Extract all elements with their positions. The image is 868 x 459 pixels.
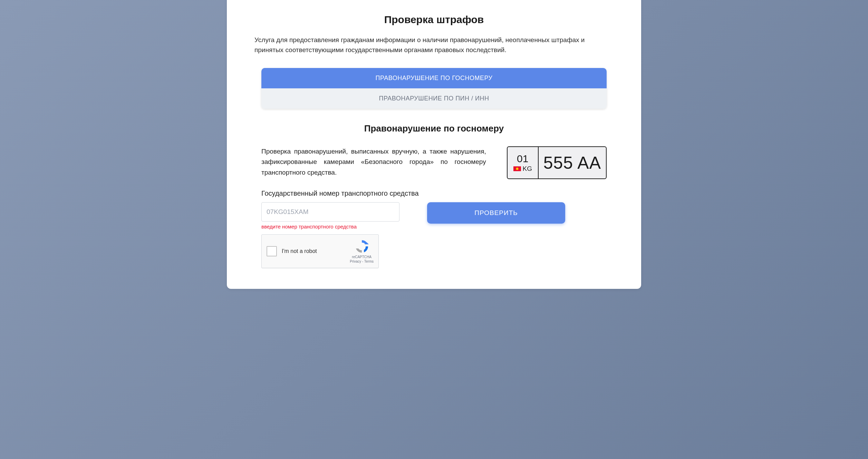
- plate-region: 01 KG: [508, 147, 539, 178]
- recaptcha-links[interactable]: Privacy - Terms: [350, 259, 374, 264]
- form-left-column: введите номер транспортного средства I'm…: [261, 202, 399, 268]
- flag-icon: [513, 166, 521, 171]
- plate-input-label: Государственный номер транспортного сред…: [254, 189, 614, 197]
- recaptcha-brand-text: reCAPTCHA: [350, 255, 374, 259]
- plate-example: 01 KG 555 AA: [507, 146, 607, 179]
- plate-country-row: KG: [513, 165, 532, 172]
- main-card: Проверка штрафов Услуга для предоставлен…: [227, 0, 641, 289]
- recaptcha-icon: [354, 239, 369, 254]
- plate-country-code: KG: [523, 165, 532, 172]
- license-plate: 01 KG 555 AA: [507, 146, 607, 179]
- recaptcha-checkbox[interactable]: [267, 246, 277, 256]
- section-title: Правонарушение по госномеру: [254, 123, 614, 134]
- recaptcha-widget: I'm not a robot reCAPTCHA Privacy - Term…: [261, 234, 379, 268]
- recaptcha-branding: reCAPTCHA Privacy - Terms: [350, 239, 374, 264]
- tab-by-pin[interactable]: ПРАВОНАРУШЕНИЕ ПО ПИН / ИНН: [261, 88, 607, 109]
- plate-number: 555 AA: [539, 147, 606, 178]
- form-row: введите номер транспортного средства I'm…: [254, 202, 614, 268]
- section-description: Проверка правонарушений, выписанных вруч…: [261, 146, 486, 178]
- plate-input[interactable]: [261, 202, 399, 222]
- submit-button[interactable]: ПРОВЕРИТЬ: [427, 202, 565, 224]
- tab-by-plate[interactable]: ПРАВОНАРУШЕНИЕ ПО ГОСНОМЕРУ: [261, 68, 607, 88]
- recaptcha-label: I'm not a robot: [282, 248, 345, 254]
- plate-region-code: 01: [517, 154, 528, 164]
- page-description: Услуга для предоставления гражданам инфо…: [254, 35, 614, 55]
- page-title: Проверка штрафов: [254, 14, 614, 26]
- tab-group: ПРАВОНАРУШЕНИЕ ПО ГОСНОМЕРУ ПРАВОНАРУШЕН…: [261, 68, 607, 109]
- content-row: Проверка правонарушений, выписанных вруч…: [254, 146, 614, 179]
- plate-input-error: введите номер транспортного средства: [261, 224, 399, 230]
